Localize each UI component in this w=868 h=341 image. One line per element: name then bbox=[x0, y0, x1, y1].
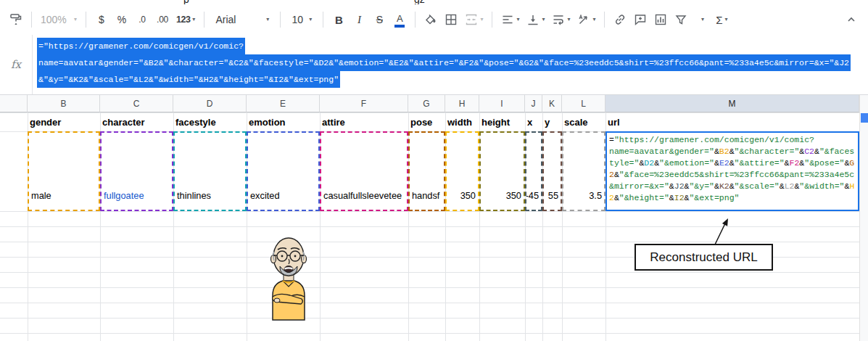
column-header-D[interactable]: D bbox=[173, 95, 247, 112]
chevron-down-icon: ▾ bbox=[516, 17, 519, 22]
annotation-arrow bbox=[705, 214, 738, 246]
format-percent-button[interactable]: % bbox=[112, 9, 131, 30]
fill-color-button[interactable] bbox=[421, 9, 440, 30]
url-formula-line: 2&"&height="&I2&"&ext=png" bbox=[609, 192, 858, 204]
horizontal-align-button[interactable]: ▾ bbox=[498, 9, 522, 30]
cell-M2[interactable]: ="https://gramener.com/comicgen/v1/comic… bbox=[605, 131, 859, 211]
cell-D2[interactable]: thinlines bbox=[173, 131, 247, 211]
text-rotation-button[interactable]: ▾ bbox=[574, 9, 598, 30]
formula-line: name=aavatar&gender="&B2&"&character="&C… bbox=[37, 54, 868, 71]
chevron-down-icon: ▾ bbox=[725, 17, 728, 22]
cell-H2[interactable]: 350 bbox=[445, 131, 479, 211]
borders-button[interactable] bbox=[442, 9, 460, 30]
text-color-bar bbox=[394, 25, 405, 28]
annotation-box[interactable]: Reconstructed URL bbox=[635, 244, 773, 271]
toolbar-divider bbox=[323, 12, 323, 28]
column-header-M[interactable]: M bbox=[605, 95, 859, 112]
chevron-down-icon: ▾ bbox=[192, 17, 195, 22]
gridline bbox=[0, 272, 859, 273]
scrollbar-thumb[interactable] bbox=[861, 113, 868, 123]
filter-funnel-icon bbox=[674, 13, 687, 26]
gridline bbox=[0, 318, 859, 319]
cell-B2[interactable]: male bbox=[28, 131, 100, 211]
column-header-C[interactable]: C bbox=[100, 95, 173, 112]
cell-I1[interactable]: height bbox=[479, 112, 525, 131]
url-formula-line: &mirror=&x="&J2&"&y="&K2&"&scale="&L2&"&… bbox=[609, 181, 858, 192]
cell-L2[interactable]: 3.5 bbox=[562, 131, 605, 211]
text-rotation-icon bbox=[577, 13, 590, 26]
cell-B1[interactable]: gender bbox=[28, 112, 100, 131]
create-filter-button[interactable] bbox=[671, 9, 690, 30]
merge-cells-button[interactable]: ▾ bbox=[462, 9, 486, 30]
chevron-down-icon: ▾ bbox=[74, 17, 77, 22]
paint-format-button[interactable] bbox=[7, 9, 25, 30]
italic-button[interactable]: I bbox=[350, 9, 368, 30]
fill-bucket-icon bbox=[424, 13, 437, 26]
formula-input[interactable]: ="https://gramener.com/comicgen/v1/comic… bbox=[33, 35, 868, 94]
borders-grid-icon bbox=[445, 13, 458, 26]
cell-K2[interactable]: 55 bbox=[542, 131, 562, 211]
cell-L1[interactable]: scale bbox=[562, 112, 605, 131]
cell-D1[interactable]: facestyle bbox=[173, 112, 247, 131]
insert-comment-button[interactable] bbox=[631, 9, 650, 30]
zoom-value: 100% bbox=[41, 14, 67, 25]
comment-icon bbox=[634, 13, 647, 26]
increase-decimal-button[interactable]: .00 bbox=[153, 9, 172, 30]
cell-E1[interactable]: emotion bbox=[247, 112, 320, 131]
font-family-value: Arial bbox=[215, 14, 236, 25]
font-family-select[interactable]: Arial ▾ bbox=[210, 9, 274, 30]
column-header-J[interactable]: J bbox=[525, 95, 542, 112]
avatar-image[interactable] bbox=[259, 234, 318, 321]
cell-K1[interactable]: y bbox=[542, 112, 562, 131]
chevron-down-icon: ▾ bbox=[567, 17, 570, 22]
bold-button[interactable]: B bbox=[329, 9, 348, 30]
insert-chart-button[interactable] bbox=[651, 9, 670, 30]
vertical-align-button[interactable]: ▾ bbox=[524, 9, 547, 30]
strikethrough-button[interactable]: S bbox=[370, 9, 389, 30]
gridline bbox=[0, 287, 859, 288]
horizontal-align-icon bbox=[501, 13, 514, 26]
cell-E2[interactable]: excited bbox=[247, 131, 320, 211]
more-formats-button[interactable]: 123 ▾ bbox=[173, 9, 198, 30]
column-header-K[interactable]: K bbox=[542, 95, 562, 112]
google-sheets-window: pgz 100% ▾ $ % .0 .00 123 ▾ Arial ▾ 10 ▾… bbox=[0, 0, 868, 341]
column-header-E[interactable]: E bbox=[247, 95, 320, 112]
cell-F2[interactable]: casualfullsleevetee bbox=[320, 131, 408, 211]
gridline bbox=[0, 211, 859, 212]
cell-G1[interactable]: pose bbox=[408, 112, 445, 131]
gridline bbox=[0, 333, 859, 334]
cell-C1[interactable]: character bbox=[100, 112, 173, 131]
toolbar-divider bbox=[415, 12, 416, 28]
cell-J2[interactable]: -45 bbox=[525, 131, 542, 211]
column-header-H[interactable]: H bbox=[445, 95, 479, 112]
chart-icon bbox=[654, 13, 667, 26]
cell-C2[interactable]: fullgoatee bbox=[100, 131, 173, 211]
column-header-I[interactable]: I bbox=[479, 95, 525, 112]
formula-line: ="https://gramener.com/comicgen/v1/comic… bbox=[37, 38, 868, 54]
toolbar-divider bbox=[86, 12, 86, 28]
text-color-letter: A bbox=[397, 15, 403, 23]
functions-button[interactable]: Σ ▾ bbox=[712, 9, 731, 30]
decrease-decimal-button[interactable]: .0 bbox=[133, 9, 152, 30]
cell-I2[interactable]: 350 bbox=[479, 131, 525, 211]
vertical-scrollbar[interactable] bbox=[859, 95, 868, 341]
cell-H1[interactable]: width bbox=[445, 112, 479, 131]
filter-views-button[interactable]: ▾ bbox=[692, 9, 711, 30]
insert-link-button[interactable] bbox=[611, 9, 629, 30]
link-icon bbox=[613, 13, 627, 26]
chevron-down-icon: ▾ bbox=[480, 17, 483, 22]
text-wrap-button[interactable]: ▾ bbox=[549, 9, 573, 30]
cell-M1[interactable]: url bbox=[605, 112, 859, 131]
column-header-G[interactable]: G bbox=[408, 95, 445, 112]
column-header-F[interactable]: F bbox=[320, 95, 408, 112]
cell-G2[interactable]: handsf bbox=[408, 131, 445, 211]
cell-J1[interactable]: x bbox=[525, 112, 542, 131]
text-color-button[interactable]: A bbox=[390, 9, 409, 30]
cell-F1[interactable]: attire bbox=[320, 112, 408, 131]
collapse-toolbar-button[interactable] bbox=[842, 9, 861, 30]
font-size-select[interactable]: 10 ▾ bbox=[286, 9, 317, 30]
column-header-L[interactable]: L bbox=[562, 95, 605, 112]
zoom-select[interactable]: 100% ▾ bbox=[38, 9, 80, 30]
format-currency-button[interactable]: $ bbox=[92, 9, 111, 30]
column-header-B[interactable]: B bbox=[28, 95, 100, 112]
